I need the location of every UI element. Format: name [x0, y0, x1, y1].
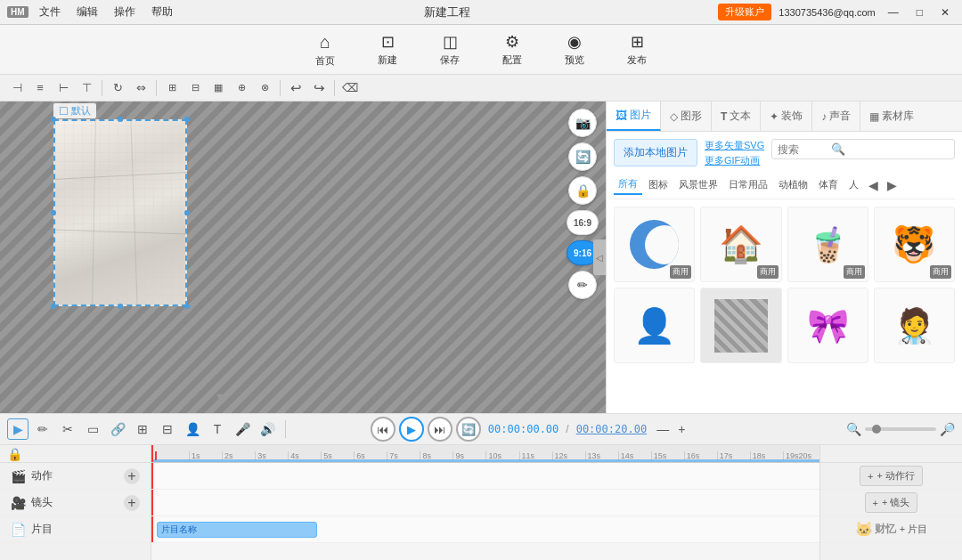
image-item-cup[interactable]: 🧋 商用 [787, 207, 868, 282]
minimize-button[interactable]: — [883, 4, 904, 20]
toolbar-save[interactable]: ◫ 保存 [433, 28, 467, 70]
cat-nav-right[interactable]: ▶ [884, 176, 901, 194]
align-right-btn[interactable]: ⊢ [53, 78, 73, 98]
transport-loop-btn[interactable]: 🔄 [456, 417, 481, 442]
tab-picture[interactable]: 🖼 图片 [607, 101, 661, 131]
current-time-display: 00:00:00.00 [488, 423, 558, 435]
upgrade-button[interactable]: 升级账户 [718, 4, 771, 20]
grid-btn[interactable]: ▦ [208, 78, 228, 98]
ruler-playhead [151, 445, 153, 462]
camera-add-btn[interactable]: + [124, 495, 140, 511]
trp-action-add[interactable]: + + 动作行 [820, 463, 962, 490]
close-button[interactable]: ✕ [935, 4, 955, 20]
tab-sound[interactable]: ♪ 声音 [812, 101, 860, 131]
arrange-btn[interactable]: ⊕ [232, 78, 251, 98]
cat-tab-sports[interactable]: 体育 [814, 175, 843, 194]
time-minus-btn[interactable]: — [654, 422, 672, 436]
window-title: 新建工程 [183, 4, 712, 20]
menu-edit[interactable]: 编辑 [73, 3, 102, 21]
zoom-slider[interactable] [865, 427, 936, 431]
svg-link-2[interactable]: 更多GIF动画 [705, 154, 764, 167]
svg-link-1[interactable]: 更多矢量SVG [705, 139, 764, 152]
tl-text-btn[interactable]: T [207, 418, 228, 440]
tab-text[interactable]: T 文本 [712, 101, 761, 131]
camera-row-icon: 🎥 [11, 496, 26, 510]
canvas-element[interactable]: ☐ 默认 [53, 119, 187, 306]
image-item-fabric[interactable] [700, 288, 781, 363]
action-add-btn[interactable]: + [124, 468, 140, 484]
trp-camera-add[interactable]: + + 镜头 [820, 490, 962, 516]
image-item-person[interactable]: 👤 [614, 288, 695, 363]
toolbar-new[interactable]: ⊡ 新建 [371, 28, 404, 70]
tl-person-btn[interactable]: 👤 [182, 418, 203, 440]
rotate-3d-btn[interactable]: 🔄 [568, 142, 597, 171]
image-item-pink[interactable]: 🎀 [787, 288, 868, 363]
search-input[interactable] [778, 143, 831, 156]
photo-btn[interactable]: 📷 [568, 109, 597, 137]
zoom-in-btn[interactable]: 🔎 [940, 422, 955, 436]
align-left-btn[interactable]: ⊣ [7, 78, 27, 98]
maximize-button[interactable]: □ [911, 4, 928, 20]
toolbar-config[interactable]: ⚙ 配置 [495, 28, 529, 70]
distribute-v-btn[interactable]: ⊟ [185, 78, 205, 98]
tl-link-btn[interactable]: 🔗 [107, 418, 128, 440]
toolbar-home[interactable]: ⌂ 首页 [308, 28, 342, 71]
scene-track[interactable]: 片目名称 [151, 516, 819, 543]
zoom-out-btn[interactable]: 🔍 [846, 422, 861, 436]
image-item-person2[interactable]: 🧑‍⚕️ [874, 288, 955, 363]
add-local-image-btn[interactable]: 添加本地图片 [614, 139, 697, 166]
tab-decoration[interactable]: ✦ 装饰 [761, 101, 812, 131]
time-plus-btn[interactable]: + [675, 422, 688, 436]
menu-file[interactable]: 文件 [36, 3, 64, 21]
cat-tab-icon[interactable]: 图标 [644, 175, 673, 194]
cat-tab-plants[interactable]: 动植物 [774, 175, 812, 194]
undo-btn[interactable]: ↩ [286, 78, 306, 98]
cat-tab-landscape[interactable]: 风景世界 [674, 175, 722, 194]
cat-tab-daily[interactable]: 日常用品 [724, 175, 772, 194]
action-track[interactable] [151, 463, 819, 490]
transport-prev-btn[interactable]: ⏮ [371, 417, 395, 442]
action-row-icon: 🎬 [11, 469, 26, 483]
layer-btn[interactable]: ⊗ [255, 78, 274, 98]
timeline-right-panel: + + 动作行 + + 镜头 🐱 财忆 + 片目 [819, 445, 962, 560]
cat-tab-people[interactable]: 人 [844, 175, 863, 194]
redo-btn[interactable]: ↪ [309, 78, 329, 98]
image-item-tiger[interactable]: 🐯 商用 [874, 207, 955, 282]
delete-btn[interactable]: ⌫ [340, 78, 360, 98]
tab-library[interactable]: ▦ 素材库 [860, 101, 923, 131]
collapse-panel-btn[interactable]: ◁ [593, 239, 606, 275]
transport-play-btn[interactable]: ▶ [399, 417, 424, 442]
menu-operate[interactable]: 操作 [110, 3, 139, 21]
tl-pencil-btn[interactable]: ✏ [32, 418, 53, 440]
distribute-h-btn[interactable]: ⊞ [162, 78, 182, 98]
tl-mic-btn[interactable]: 🎤 [232, 418, 253, 440]
tab-shape[interactable]: ◇ 图形 [661, 101, 712, 131]
toolbar-preview[interactable]: ◉ 预览 [558, 28, 591, 70]
flip-btn[interactable]: ⇔ [131, 78, 151, 98]
transport-next-btn[interactable]: ⏭ [428, 417, 452, 442]
timeline-action-row: 🎬 动作 + [0, 463, 151, 490]
tl-divider [285, 420, 286, 438]
eraser-btn[interactable]: ✏ [568, 271, 597, 299]
image-item-house[interactable]: 🏠 商用 [700, 207, 781, 282]
tl-audio-btn[interactable]: 🔊 [257, 418, 278, 440]
ratio-16-9-btn[interactable]: 16:9 [567, 210, 599, 235]
image-item-moon[interactable]: 商用 [614, 207, 695, 282]
tl-cut-btn[interactable]: ✂ [57, 418, 78, 440]
camera-track[interactable] [151, 490, 819, 516]
tl-select-btn[interactable]: ▶ [7, 418, 29, 440]
toolbar-publish[interactable]: ⊞ 发布 [620, 28, 654, 70]
cat-nav-left[interactable]: ◀ [865, 176, 882, 194]
track-playhead-2 [151, 490, 153, 515]
tl-box-btn[interactable]: ▭ [82, 418, 103, 440]
rotate-btn[interactable]: ↻ [108, 78, 127, 98]
align-center-btn[interactable]: ≡ [30, 78, 50, 98]
align-top-btn[interactable]: ⊤ [77, 78, 96, 98]
lock-btn[interactable]: 🔒 [568, 176, 597, 205]
timeline-lock-icon[interactable]: 🔒 [7, 447, 22, 461]
tl-unlink-btn[interactable]: ⊟ [157, 418, 178, 440]
menu-help[interactable]: 帮助 [148, 3, 176, 21]
scene-segment[interactable]: 片目名称 [157, 522, 317, 538]
cat-tab-all[interactable]: 所有 [614, 174, 642, 195]
tl-box2-btn[interactable]: ⊞ [132, 418, 153, 440]
